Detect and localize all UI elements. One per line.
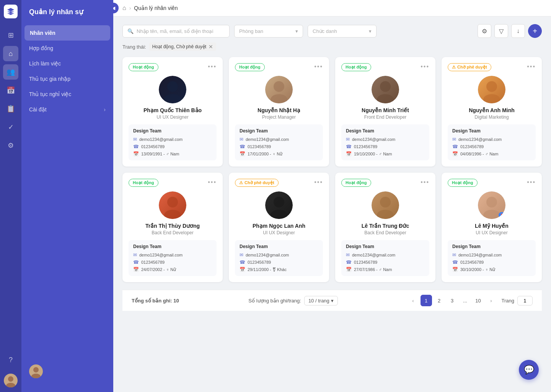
employee-card-3[interactable]: Hoạt động ••• Nguyễn Minh Triết Front En… xyxy=(335,57,435,167)
home-icon[interactable]: ⌂ xyxy=(122,5,126,11)
card-header-5: Hoạt động ••• xyxy=(129,179,217,187)
sidebar-item-hop-dong[interactable]: Hợp đồng xyxy=(21,41,113,56)
prev-page-button[interactable]: ‹ xyxy=(408,295,419,306)
card-role-2: Project Manager xyxy=(262,114,296,120)
page-1-button[interactable]: 1 xyxy=(421,295,432,306)
employee-card-2[interactable]: Hoạt động ••• Nguyễn Nhật Hạ Project Man… xyxy=(229,57,329,167)
goto-input[interactable] xyxy=(517,296,533,305)
employee-card-6[interactable]: ⚠ Chờ phê duyệt ••• Phạm Ngọc Lan Anh UI… xyxy=(229,173,329,282)
card-avatar-3 xyxy=(372,76,399,103)
card-header-7: Hoạt động ••• xyxy=(341,179,429,187)
card-dob-row-3: 📅 19/10/2000 - ♂ Nam xyxy=(346,151,425,157)
page-3-button[interactable]: 3 xyxy=(447,295,458,306)
position-select[interactable]: Chức danh ▾ xyxy=(308,25,377,38)
card-dob-row-1: 📅 13/09/1991 - ♂ Nam xyxy=(133,151,212,157)
employees-grid: Hoạt động ••• Phạm Quốc Thiên Bảo UI UX … xyxy=(122,57,542,282)
card-avatar-6 xyxy=(265,191,293,219)
nav-home-icon[interactable]: ⌂ xyxy=(3,46,18,61)
card-email-5: demo1234@gmail.com xyxy=(139,253,183,257)
sidebar-item-thu-tuc-gia-nhap[interactable]: Thủ tục gia nhập xyxy=(21,71,113,87)
card-dob-7: 27/07/1986 - ♂ Nam xyxy=(354,267,392,272)
card-email-3: demo1234@gmail.com xyxy=(352,137,395,142)
card-role-5: Back End Developer xyxy=(152,230,193,235)
more-options-4[interactable]: ••• xyxy=(527,63,536,70)
card-role-6: UI UX Designer xyxy=(263,230,295,235)
sidebar: Quản lý nhân sự Nhân viên Hợp đồng Lịch … xyxy=(21,0,113,392)
employee-card-4[interactable]: ⚠ Chờ phê duyệt ••• Nguyễn Anh Minh Digi… xyxy=(442,57,542,167)
more-options-5[interactable]: ••• xyxy=(208,179,217,186)
settings-button[interactable]: ⚙ xyxy=(478,24,491,38)
email-icon-1: ✉ xyxy=(133,137,137,142)
breadcrumb-separator: › xyxy=(129,5,131,11)
pin-badge: 📍 xyxy=(499,212,505,218)
card-info-6: Design Team ✉ demo1234@gmail.com ☎ 01234… xyxy=(235,240,323,276)
email-icon-5: ✉ xyxy=(133,252,137,258)
employee-card-8[interactable]: Hoạt động ••• 📍 Lê Mỹ Huyền UI UX Design… xyxy=(442,173,542,282)
remove-tag-button[interactable]: ✕ xyxy=(209,44,213,50)
download-button[interactable]: ↓ xyxy=(511,24,525,38)
card-email-1: demo1234@gmail.com xyxy=(139,137,183,142)
svg-point-10 xyxy=(274,81,284,92)
card-phone-row-6: ☎ 0123456789 xyxy=(240,260,318,265)
add-employee-button[interactable]: + xyxy=(528,24,542,38)
collapse-button[interactable]: ◀ xyxy=(113,3,119,13)
phone-icon-7: ☎ xyxy=(346,260,352,265)
phone-icon-1: ☎ xyxy=(133,144,139,149)
more-options-8[interactable]: ••• xyxy=(527,179,536,186)
more-options-1[interactable]: ••• xyxy=(208,63,217,70)
employee-card-5[interactable]: Hoạt động ••• Trần Thị Thùy Dương Back E… xyxy=(122,173,223,282)
sidebar-item-nhan-vien[interactable]: Nhân viên xyxy=(24,25,110,41)
user-avatar[interactable] xyxy=(29,364,43,378)
status-badge-8: Hoạt động xyxy=(448,179,478,187)
svg-point-4 xyxy=(33,367,39,372)
nav-help-icon[interactable]: ? xyxy=(3,352,18,368)
page-2-button[interactable]: 2 xyxy=(434,295,445,306)
filter-button[interactable]: ▽ xyxy=(494,24,508,38)
search-box[interactable]: 🔍 Nhập tên, mã, email, số điện thoại xyxy=(122,25,230,38)
nav-calendar-icon[interactable]: 📅 xyxy=(3,83,18,98)
card-role-8: UI UX Designer xyxy=(476,230,507,235)
more-options-3[interactable]: ••• xyxy=(421,63,429,70)
department-select[interactable]: Phòng ban ▾ xyxy=(234,25,303,38)
card-dob-row-2: 📅 17/01/2000 - ♀ Nữ xyxy=(240,151,318,157)
status-label: Trang thái: xyxy=(122,44,146,50)
card-phone-row-8: ☎ 0123456789 xyxy=(452,260,531,265)
nav-grid-icon[interactable]: ⊞ xyxy=(3,28,18,43)
more-options-2[interactable]: ••• xyxy=(314,63,323,70)
employee-card-1[interactable]: Hoạt động ••• Phạm Quốc Thiên Bảo UI UX … xyxy=(122,57,223,167)
more-options-7[interactable]: ••• xyxy=(421,179,429,186)
nav-people-icon[interactable]: 👥 xyxy=(3,64,18,80)
card-phone-4: 0123456789 xyxy=(460,144,484,149)
svg-point-13 xyxy=(380,81,391,92)
nav-check-icon[interactable]: ✓ xyxy=(3,119,18,135)
user-avatar-small[interactable] xyxy=(4,374,18,387)
size-select-dropdown[interactable]: 10 / trang ▾ xyxy=(304,296,338,305)
status-filter-tags: Trang thái: Hoạt động, Chờ phê duyệt ✕ xyxy=(122,42,542,51)
card-dob-6: 29/11/2000 - ⚧ Khác xyxy=(248,267,287,272)
active-status-tag[interactable]: Hoạt động, Chờ phê duyệt ✕ xyxy=(149,42,216,51)
card-info-2: Design Team ✉ demo1234@gmail.com ☎ 01234… xyxy=(235,124,323,160)
card-email-2: demo1234@gmail.com xyxy=(246,137,289,142)
card-team-6: Design Team xyxy=(240,244,318,249)
sidebar-item-lich-lam-viec[interactable]: Lịch làm việc xyxy=(21,56,113,71)
page-size-selector: Số lượng bản ghi/trang: 10 / trang ▾ xyxy=(248,296,337,305)
nav-document-icon[interactable]: 📋 xyxy=(3,101,18,116)
calendar-icon-5: 📅 xyxy=(133,267,139,272)
nav-gear-icon[interactable]: ⚙ xyxy=(3,138,18,153)
card-dob-row-5: 📅 24/07/2002 - ♀ Nữ xyxy=(133,267,212,272)
sidebar-item-cai-dat[interactable]: Cài đặt › xyxy=(21,102,113,117)
size-value: 10 / trang xyxy=(308,298,329,304)
more-options-6[interactable]: ••• xyxy=(314,179,323,186)
calendar-icon-3: 📅 xyxy=(346,151,352,157)
next-page-button[interactable]: › xyxy=(486,295,497,306)
card-name-6: Phạm Ngọc Lan Anh xyxy=(253,223,305,229)
app-logo[interactable] xyxy=(4,5,18,18)
sidebar-item-thu-tuc-nghi-viec[interactable]: Thủ tục nghỉ việc xyxy=(21,87,113,102)
card-name-2: Nguyễn Nhật Hạ xyxy=(258,107,300,113)
chat-button[interactable]: 💬 xyxy=(519,360,539,380)
card-dob-4: 04/08/1996 - ♂ Nam xyxy=(460,152,498,156)
employee-card-7[interactable]: Hoạt động ••• Lê Trần Trung Đức Back End… xyxy=(335,173,435,282)
breadcrumb: ⌂ › Quản lý nhân viên xyxy=(122,5,178,11)
page-10-button[interactable]: 10 xyxy=(473,295,484,306)
card-name-3: Nguyễn Minh Triết xyxy=(362,107,409,113)
